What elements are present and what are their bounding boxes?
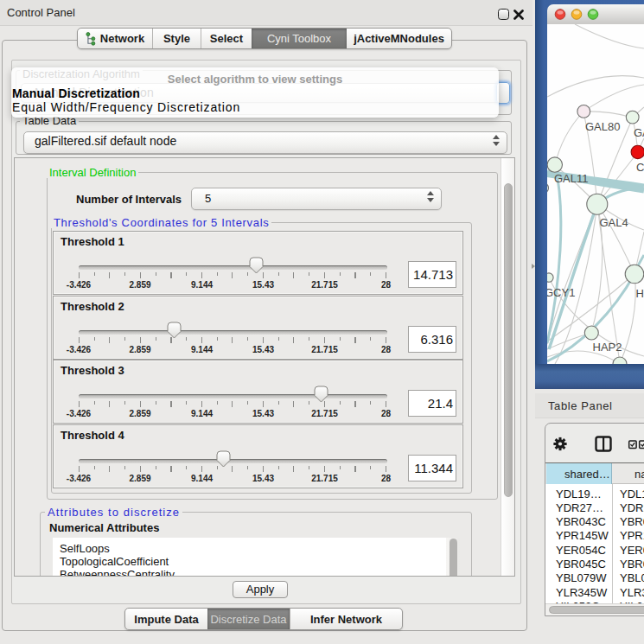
svg-text:HAP2: HAP2 [593, 341, 622, 354]
svg-text:C: C [636, 161, 644, 174]
svg-text:GA: GA [634, 126, 644, 139]
svg-text:HI: HI [636, 287, 644, 300]
svg-text:GAL4: GAL4 [600, 216, 628, 229]
svg-text:GCY1: GCY1 [547, 286, 575, 299]
svg-text:GAL80: GAL80 [585, 120, 620, 133]
svg-text:GAL11: GAL11 [554, 172, 589, 185]
